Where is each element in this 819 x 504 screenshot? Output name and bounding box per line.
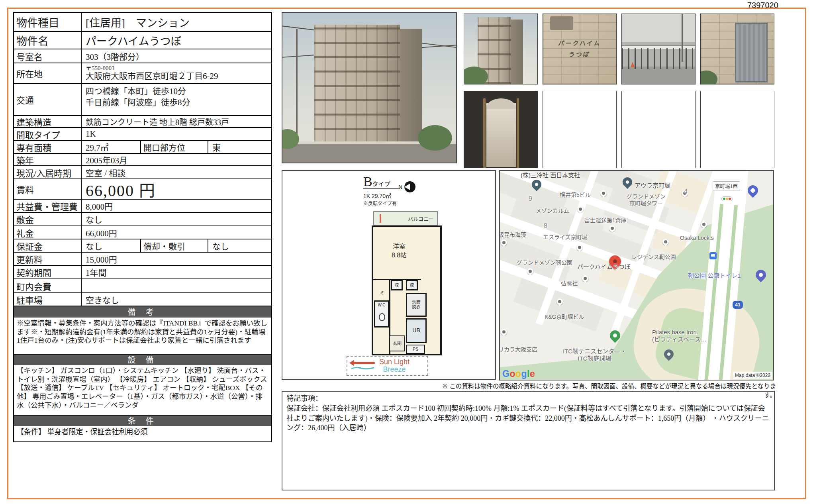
table-row: 物件種目[住居用] マンション — [14, 13, 271, 32]
row-sublabel: 開口部方位 — [140, 141, 208, 153]
floorplan-spec: 1K 29.70㎡ — [363, 192, 391, 200]
photo-building-main — [282, 12, 457, 163]
row-label: 賃料 — [14, 179, 82, 199]
floorplan-unit: 洋室 8.8帖 ミニキッチン 収 収 洗面 脱衣 W.C UB 玄関 PS — [372, 226, 442, 355]
table-row: 交通 四つ橋線「本町」徒歩10分 千日前線「阿波座」徒歩8分 — [14, 84, 271, 116]
table-row: 号室名303（3階部分） — [14, 49, 271, 63]
rent-value: 66,000 円 — [82, 179, 271, 199]
type-suffix: タイプ — [372, 181, 390, 187]
compass-icon — [403, 180, 417, 194]
breeze-wave-icon — [351, 366, 374, 370]
map-label: エスライズ京町堀 — [543, 234, 588, 241]
row-label: 更新料 — [14, 253, 82, 265]
map-pin-poi — [577, 206, 584, 212]
row-label: 交通 — [14, 84, 82, 115]
row-value: 四つ橋線「本町」徒歩10分 千日前線「阿波座」徒歩8分 — [82, 84, 271, 115]
row-label: 敷金 — [14, 213, 82, 226]
row-subvalue: 東 — [208, 141, 271, 153]
photo-slot-empty — [543, 91, 617, 168]
table-row: 賃料66,000 円 — [14, 179, 271, 200]
nameplate-text: うつぼ — [543, 50, 617, 58]
row-label: 保証金 — [14, 239, 82, 252]
map-pin-poi — [600, 190, 607, 196]
table-row: 更新料15,000円 — [14, 253, 271, 266]
row-label: 契約期間 — [14, 266, 82, 278]
map-label: グランドメゾン靭公園 — [517, 259, 572, 266]
map-label: 阪昆布海藻 — [499, 231, 526, 238]
sunlight-arrow-icon — [351, 362, 375, 364]
map-copyright: Map data ©2022 — [733, 372, 772, 379]
north-compass: N — [398, 180, 417, 194]
map-label: 9 — [529, 195, 532, 202]
row-value: 66,000円 — [82, 226, 271, 239]
map-label: 横井第5ビル — [560, 192, 591, 198]
property-table: 物件種目[住居用] マンション 物件名パークハイムうつぼ 号室名303（3階部分… — [13, 12, 272, 442]
row-value: なし — [82, 239, 140, 252]
photo-slot-empty — [700, 91, 774, 168]
row-value: 空きなし — [82, 293, 271, 306]
map-pin-poi — [662, 239, 669, 245]
row-label: 町内会費 — [14, 279, 82, 292]
map-pin-poi — [556, 298, 563, 305]
map-pin-poi — [527, 268, 533, 275]
photo-building-facade — [314, 25, 400, 144]
google-logo: Google — [502, 369, 535, 379]
map-label: Pilates base Irori. (ピラティスベース… — [652, 329, 707, 343]
map-label: K&G京町堀ビル — [545, 314, 584, 320]
row-label: 建築構造 — [14, 116, 82, 127]
conditions-text: 【条件】 単身者限定・保証会社利用必須 — [14, 426, 271, 441]
floorplan-note: ※反転タイプ有 — [363, 200, 397, 206]
nameplate-lamp — [550, 16, 573, 30]
row-value — [82, 279, 271, 292]
photo-thumb-street-bicycles — [621, 14, 696, 84]
table-row: 物件名パークハイムうつぼ — [14, 32, 271, 49]
access-line: 千日前線「阿波座」徒歩8分 — [86, 97, 190, 108]
storage-cell: 収 — [406, 280, 418, 290]
washroom-cell: 洗面 脱衣 — [406, 293, 427, 317]
row-value: 2005年03月 — [82, 154, 271, 165]
row-label: 間取タイプ — [14, 128, 82, 140]
bath-cell: UB — [406, 318, 427, 343]
map-label: レジデンス靭公園 — [631, 254, 676, 261]
map-pin-poi — [576, 244, 583, 251]
access-line: 四つ橋線「本町」徒歩10分 — [86, 86, 186, 97]
row-label: 専有面積 — [14, 141, 82, 153]
intersection-label: 京町堀1西 — [713, 181, 740, 190]
row-label: 現況/入居時期 — [14, 166, 82, 178]
map-label: リカラ大阪支店 — [499, 346, 537, 353]
row-sublabel: 償却・敷引 — [140, 239, 208, 252]
row-value: パークハイムうつぼ — [82, 32, 271, 49]
north-label: N — [398, 184, 402, 190]
row-value: [住居用] マンション — [82, 13, 271, 31]
photo-thumb-building — [464, 14, 538, 84]
table-row: 敷金なし — [14, 213, 271, 226]
logo-sunlight: Sun Light — [379, 358, 410, 366]
map-label: (株)三冷社 西日本支社 — [521, 172, 580, 179]
room-label: 洋室 8.8帖 — [373, 242, 425, 259]
equipment-text: 【キッチン】 ガスコンロ（1口）・システムキッチン 【水廻り】 洗面台・バス・ト… — [14, 365, 271, 416]
map-pin-poi — [609, 225, 615, 231]
row-value: 8,000円 — [82, 200, 271, 212]
map-panel: 41 (株)三冷社 西日本支社 9 横井第5ビル アウラ京町堀 グランドメゾン … — [499, 170, 774, 380]
row-value: 1K — [82, 128, 271, 140]
type-letter: B — [363, 174, 372, 189]
row-label: 号室名 — [14, 49, 82, 63]
ps-cell: PS — [406, 345, 425, 354]
remarks-text: ※空室情報・募集条件・案内方法等の確認は『ITANDI BB』で確認をお願い致し… — [14, 318, 271, 355]
row-label: 礼金 — [14, 226, 82, 239]
row-value: 空室 / 相談 — [82, 166, 271, 178]
postal-code: 〒550-0003 — [86, 65, 115, 71]
special-notes-body: 保証会社：保証会社利用必須 エポスカード100 初回契約時:100% 月額:1%… — [286, 404, 770, 433]
table-row: 共益費・管理費8,000円 — [14, 200, 271, 213]
map-label: メゾンカルム — [536, 208, 569, 214]
row-value: 303（3階部分） — [82, 49, 271, 63]
row-value: 〒550-0003 大阪府大阪市西区京町堀２丁目6-29 — [82, 63, 271, 83]
remarks-header: 備 考 — [14, 306, 271, 318]
transit-station-icon — [709, 252, 717, 259]
row-label: 共益費・管理費 — [14, 200, 82, 212]
map-label: 富士運送第1倉庫 — [584, 217, 627, 224]
special-notes-box: 特記事項： 保証会社：保証会社利用必須 エポスカード100 初回契約時:100%… — [282, 391, 775, 490]
row-value: 29.7㎡ — [82, 141, 140, 153]
table-row: 所在地 〒550-0003 大阪府大阪市西区京町堀２丁目6-29 — [14, 63, 271, 84]
route-41-shield: 41 — [733, 301, 743, 309]
